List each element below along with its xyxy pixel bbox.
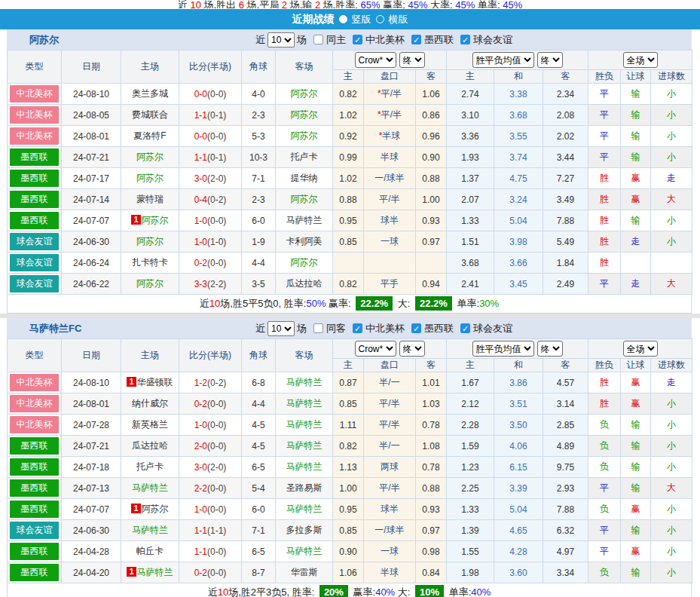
odds-home: 0.92: [333, 126, 364, 147]
team2-same-venue-label[interactable]: 同客: [326, 322, 346, 335]
league-badge: 墨西联: [10, 191, 59, 208]
team2-league3-checkbox[interactable]: ✓: [460, 323, 470, 333]
mean-final-select[interactable]: 终: [537, 52, 563, 68]
summary-segment: 场,输: [287, 0, 315, 8]
team1-filters: 近 10 场 同主 ✓ 中北美杯 ✓ 墨西联 ✓ 球会友谊: [255, 32, 512, 47]
home-team: 阿苏尔: [121, 147, 179, 168]
match-date: 24-07-07: [62, 499, 121, 520]
mean-away: 6.32: [543, 520, 588, 541]
team1-league1-checkbox[interactable]: ✓: [353, 35, 362, 44]
layout-vertical-radio[interactable]: [339, 15, 347, 23]
result-goals: 小: [651, 562, 692, 583]
odds-company-select[interactable]: Crow*: [355, 341, 396, 357]
match-date: 24-08-01: [62, 393, 121, 415]
odds-away: 1.01: [416, 372, 447, 393]
league-badge: 中北美杯: [10, 85, 59, 103]
result-wdl: 胜: [588, 168, 621, 189]
mean-draw: 3.60: [494, 562, 543, 583]
page-title: 近期战绩: [292, 13, 335, 26]
odds-home: 0.99: [333, 147, 364, 168]
team1-league2-checkbox[interactable]: ✓: [411, 35, 421, 44]
team1-league1-label[interactable]: 中北美杯: [365, 33, 405, 47]
mean-home: 2.41: [447, 274, 494, 295]
away-team: 马萨特兰: [276, 210, 333, 231]
result-goals: 大: [651, 274, 692, 295]
score: 0-0(0-0): [179, 84, 242, 105]
team1-league2-label[interactable]: 墨西联: [424, 33, 454, 47]
mean-draw: 3.38: [494, 84, 543, 105]
team2-league2-checkbox[interactable]: ✓: [411, 323, 421, 333]
mean-select[interactable]: 胜平负均值: [472, 341, 534, 357]
corners: 4-4: [242, 393, 276, 415]
result-wdl: 胜: [588, 393, 621, 415]
result-handicap: 输: [621, 210, 651, 231]
mean-home: 3.36: [447, 126, 494, 147]
league-badge: 球会友谊: [10, 254, 59, 271]
corners: 3-5: [242, 274, 276, 295]
team2-same-venue-checkbox[interactable]: [313, 323, 323, 333]
result-goals: [651, 253, 692, 274]
summary-segment: 近: [200, 298, 209, 309]
odds-home: 0.85: [333, 393, 364, 415]
result-handicap: 赢: [621, 189, 651, 210]
match-date: 24-08-10: [62, 372, 121, 393]
mean-draw: 4.75: [494, 168, 543, 189]
layout-horizontal-label[interactable]: 横版: [389, 13, 408, 26]
result-wdl: 负: [588, 499, 621, 520]
away-team: 马萨特兰: [276, 372, 333, 393]
team2-match-count-select[interactable]: 10: [267, 321, 295, 336]
corners: 6-8: [242, 372, 276, 393]
odds-final-select[interactable]: 终: [399, 341, 425, 357]
team2-league2-label[interactable]: 墨西联: [424, 322, 454, 335]
result-handicap: 输: [621, 478, 651, 499]
team1-same-venue-label[interactable]: 同主: [326, 33, 346, 47]
team2-league3-label[interactable]: 球会友谊: [473, 322, 512, 335]
odds-away: 0.94: [416, 274, 447, 295]
home-team: 夏洛特F: [121, 126, 179, 147]
league-cell: 球会友谊: [8, 253, 62, 274]
mean-select[interactable]: 胜平负均值: [472, 52, 534, 68]
summary-segment: 赢率:: [381, 0, 408, 8]
result-wdl: 平: [588, 541, 621, 562]
layout-horizontal-radio[interactable]: [376, 15, 384, 23]
match-row: 墨西联24-07-071阿苏尔1-0(0-0)6-0马萨特兰0.95球半0.93…: [8, 499, 692, 520]
mean-draw: 3.55: [494, 126, 543, 147]
mean-draw: 3.51: [494, 393, 543, 415]
result-handicap: 走: [621, 231, 651, 253]
team1-league3-checkbox[interactable]: ✓: [460, 35, 470, 44]
mean-draw: 4.28: [494, 541, 543, 562]
result-goals: 小: [651, 231, 692, 253]
team1-league3-label[interactable]: 球会友谊: [473, 33, 512, 47]
team1-match-count-select[interactable]: 10: [267, 32, 295, 47]
col-home: 主场: [121, 51, 179, 84]
team2-summary: 近10场,胜2平3负5, 胜率: 20% 赢率:40% 大: 10% 单率:40…: [7, 583, 692, 597]
summary-segment: 大:: [395, 298, 413, 309]
sub-mean-home: 主: [447, 70, 494, 84]
mean-away: 3.44: [543, 147, 588, 168]
sub-result-wdl: 胜负: [588, 70, 621, 84]
team1-same-venue-checkbox[interactable]: [313, 35, 323, 44]
team2-league1-label[interactable]: 中北美杯: [365, 322, 405, 335]
mean-away: 2.34: [543, 84, 588, 105]
scope-select[interactable]: 全场: [623, 341, 658, 357]
odds-company-select[interactable]: Crow*: [355, 52, 396, 68]
mean-home: 1.51: [447, 231, 494, 253]
odds-home: 0.85: [333, 231, 364, 253]
summary-segment: 场,胜出: [201, 0, 239, 8]
odds-final-select[interactable]: 终: [399, 52, 425, 68]
section-title-bar: 近期战绩 竖版 横版: [0, 9, 700, 29]
scope-select[interactable]: 全场: [623, 52, 658, 68]
league-cell: 墨西联: [8, 147, 62, 168]
league-cell: 墨西联: [8, 189, 62, 210]
result-handicap: 走: [621, 274, 651, 295]
league-cell: 球会友谊: [8, 231, 62, 253]
mean-final-select[interactable]: 终: [537, 341, 563, 357]
team2-league1-checkbox[interactable]: ✓: [353, 323, 362, 333]
odds-home: 1.06: [333, 562, 364, 583]
home-team: 阿苏尔: [121, 231, 179, 253]
mean-home: 1.93: [447, 147, 494, 168]
corners: 8-7: [242, 562, 276, 583]
layout-vertical-label[interactable]: 竖版: [352, 13, 371, 26]
odds-home: 0.82: [333, 274, 364, 295]
mean-away: 4.57: [543, 372, 588, 393]
